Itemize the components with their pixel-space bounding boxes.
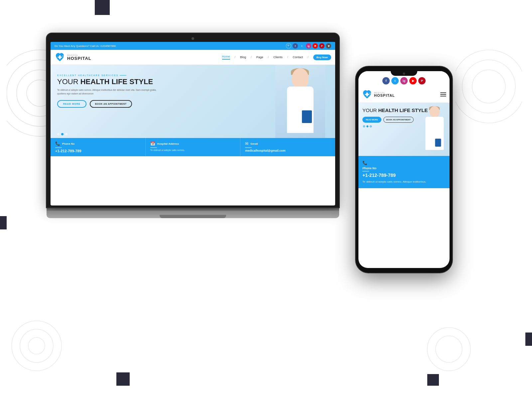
phone-logo-text: MEDICAL HOSPITAL	[374, 92, 395, 97]
facebook-icon[interactable]: f	[293, 43, 298, 49]
svg-point-7	[12, 321, 62, 371]
book-appointment-button[interactable]: BOOK AN APPOINTMENT	[90, 100, 132, 108]
svg-point-8	[20, 329, 53, 362]
phone-hero-title-light: YOUR	[362, 107, 378, 113]
topbar-social-icons: 🔍 f t ig ▶ P ▾	[286, 43, 331, 49]
laptop-camera	[192, 37, 194, 40]
decor-circles-bottom-left	[10, 319, 63, 372]
hero-title-light: YOUR	[57, 77, 80, 86]
decor-circles-right	[456, 47, 522, 126]
phone-contact-phone-icon: 📞	[362, 161, 367, 165]
svg-point-6	[472, 70, 505, 103]
phone-facebook-icon[interactable]: f	[382, 77, 390, 84]
phone-hero: YOUR HEALTH LIFE STYLE READ MORE BOOK AN…	[358, 103, 450, 156]
phone-contact-description: Te obtinuit ut adepto satis somno. Aliis…	[362, 180, 446, 184]
site-logo: MEDICAL HOSPITAL	[55, 52, 91, 63]
hero-doctor-image	[275, 65, 325, 138]
phone-hero-buttons: READ MORE BOOK AN APPOINTMENT	[362, 117, 446, 123]
hamburger-menu[interactable]	[440, 92, 446, 96]
square-decor-5	[116, 372, 130, 386]
svg-point-11	[436, 336, 462, 362]
phone-contact-value: +1-212-789-789	[362, 173, 446, 178]
calendar-icon: 📅	[150, 141, 155, 146]
logo-text: MEDICAL HOSPITAL	[67, 54, 91, 61]
svg-point-4	[456, 50, 522, 123]
phone-icon: 📞	[55, 141, 60, 146]
hero-title: YOUR HEALTH LIFE STYLE	[57, 78, 206, 86]
phone-contact-bar: 📞 Phone No +1-212-789-789 Te obtinuit ut…	[358, 156, 450, 188]
phone-book-appointment-button[interactable]: BOOK AN APPOINTMENT	[383, 117, 414, 123]
nav-blog[interactable]: Blog	[240, 56, 246, 59]
hero-slider-dots	[57, 133, 67, 135]
gmail-label: Gmail	[250, 142, 258, 145]
phone-hero-title-bold: HEALTH LIFE STYLE	[378, 107, 428, 113]
svg-point-10	[427, 328, 470, 371]
phone-mockup: f t ig ▶ P MEDICAL HOSPITAL	[356, 66, 452, 273]
site-topbar: Do You Have Any Questions? Call Us +1234…	[51, 42, 335, 50]
phone-hero-title: YOUR HEALTH LIFE STYLE	[362, 107, 446, 113]
contact-phone: 📞 Phone No +1-212-789-789	[51, 138, 146, 156]
phone-bezel: f t ig ▶ P MEDICAL HOSPITAL	[356, 66, 452, 273]
dot-1[interactable]	[57, 133, 60, 135]
dot-2[interactable]	[61, 133, 64, 135]
nav-home[interactable]: Home	[222, 55, 230, 60]
nav-clients[interactable]: Clients	[273, 56, 283, 59]
phone-logo: MEDICAL HOSPITAL	[362, 89, 395, 100]
svg-point-9	[28, 337, 45, 354]
read-more-button[interactable]: READ MORE	[57, 100, 86, 108]
hero-buttons: READ MORE BOOK AN APPOINTMENT	[57, 100, 206, 108]
instagram-icon[interactable]: ig	[306, 43, 311, 49]
hero-description: Te obtinuit ut adepto satis somno. Aliis…	[57, 88, 157, 95]
address-subtext: Te obtinuit ut adepto satis somno.	[150, 149, 236, 151]
laptop-base	[47, 211, 339, 218]
buy-now-button[interactable]: Buy Now	[313, 55, 331, 60]
twitter-icon[interactable]: t	[299, 43, 305, 49]
laptop-hinge	[47, 207, 339, 211]
phone-contact-label: Phone No	[362, 167, 446, 170]
nav-page[interactable]: Page	[256, 56, 263, 59]
phone-nav: MEDICAL HOSPITAL	[358, 86, 450, 103]
phone-dot-1[interactable]	[363, 125, 365, 127]
topbar-phone-text: Do You Have Any Questions? Call Us +1234…	[55, 45, 116, 48]
email-icon: ✉	[245, 141, 248, 146]
square-decor-6	[427, 374, 439, 386]
contact-bar: 📞 Phone No +1-212-789-789 📅 Hospital Add…	[51, 138, 335, 156]
phone-doctor-book	[435, 139, 441, 147]
laptop-screen: Do You Have Any Questions? Call Us +1234…	[51, 42, 335, 205]
hero-subtitle: EXCELLENT HEALTHCARE SERVICES	[57, 74, 206, 76]
dropdown-icon[interactable]: ▾	[326, 43, 331, 49]
square-decor-4	[525, 332, 532, 346]
phone-youtube-icon[interactable]: ▶	[409, 77, 417, 84]
phone-logo-icon	[362, 89, 372, 100]
phone-camera	[403, 72, 405, 75]
square-decor-3	[0, 216, 7, 229]
phone-slider-dots	[362, 125, 446, 127]
laptop-mockup: Do You Have Any Questions? Call Us +1234…	[40, 27, 346, 259]
dot-3[interactable]	[65, 133, 67, 135]
phone-logo-hospital: HOSPITAL	[374, 94, 395, 97]
doctor-book	[302, 110, 312, 123]
phone-read-more-button[interactable]: READ MORE	[362, 117, 381, 123]
contact-address: 📅 Hospital Address Te obtinuit ut adepto…	[146, 138, 241, 156]
search-icon[interactable]: 🔍	[286, 43, 291, 49]
phone-instagram-icon[interactable]: ig	[400, 77, 408, 84]
doctor-coat	[287, 86, 314, 133]
hero-content: EXCELLENT HEALTHCARE SERVICES YOUR HEALT…	[57, 74, 206, 108]
logo-hospital-text: HOSPITAL	[67, 56, 91, 61]
site-nav: MEDICAL HOSPITAL Home / Blog / Page / Cl…	[51, 50, 335, 65]
phone-screen: f t ig ▶ P MEDICAL HOSPITAL	[358, 71, 450, 268]
phone-twitter-icon[interactable]: t	[391, 77, 399, 84]
gmail-value: medicalhospital@gmail.com	[245, 149, 331, 152]
youtube-icon[interactable]: ▶	[313, 43, 318, 49]
phone-dot-2[interactable]	[366, 125, 368, 127]
phone-dot-3[interactable]	[370, 125, 372, 127]
logo-icon	[55, 52, 65, 63]
hero-title-bold: HEALTH LIFE STYLE	[80, 77, 153, 86]
svg-point-5	[462, 60, 515, 113]
pinterest-icon[interactable]: P	[319, 43, 325, 49]
address-label: Hospital Address	[157, 142, 179, 145]
phone-label: Phone No	[62, 142, 74, 145]
phone-pinterest-icon[interactable]: P	[418, 77, 426, 84]
doctor-head	[292, 68, 309, 88]
nav-contact[interactable]: Contact	[293, 56, 303, 59]
